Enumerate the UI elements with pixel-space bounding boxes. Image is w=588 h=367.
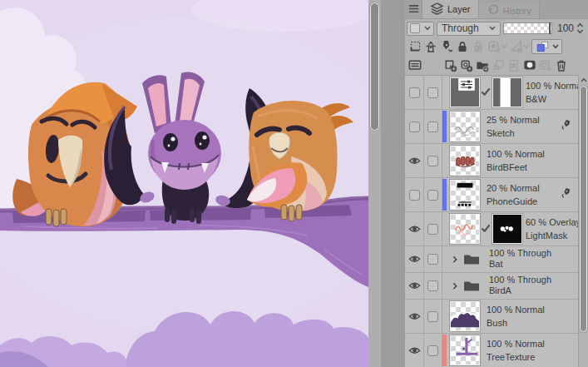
layer-row-content[interactable]: 60 % OverlayLightMask: [442, 212, 578, 245]
folder-expander-icon[interactable]: [452, 255, 457, 263]
create-layer-mask-button[interactable]: [522, 58, 536, 72]
layer-select-checkbox[interactable]: [424, 110, 442, 143]
layer-select-checkbox[interactable]: [424, 273, 442, 299]
layer-row-birda[interactable]: 100 % ThroughBirdA: [405, 273, 578, 300]
layer-list-scrollbar-thumb[interactable]: [580, 86, 587, 332]
canvas-scrollbar-thumb[interactable]: [370, 2, 379, 131]
layer-select-checkbox[interactable]: [424, 300, 442, 333]
blend-controls-row: Through 100: [405, 19, 588, 37]
layer-thumbnail[interactable]: [450, 180, 480, 210]
clip-to-layer-below-button[interactable]: [408, 40, 422, 54]
layer-thumbnail[interactable]: [450, 146, 480, 176]
layer-row-birdbfeet[interactable]: 100 % NormalBirdBFeet: [405, 144, 578, 178]
merge-with-lower-layer-button[interactable]: [506, 58, 521, 72]
folder-icon: [463, 280, 480, 292]
apply-mask-to-layer-button[interactable]: [538, 58, 552, 72]
layer-row-b-w[interactable]: 100 % NormalB&W: [405, 76, 578, 110]
reference-layer-button[interactable]: [423, 40, 437, 54]
new-raster-layer-icon: [443, 58, 457, 72]
layer-color-accent-bar: [442, 179, 447, 211]
layer-select-checkbox[interactable]: [424, 246, 442, 272]
tab-history[interactable]: History: [479, 2, 540, 18]
layer-opacity-mode-text: 20 % Normal: [487, 183, 540, 194]
new-raster-layer-button[interactable]: [443, 58, 457, 72]
layer-thumbnail[interactable]: [450, 335, 480, 365]
ruler-guide-icon: [509, 40, 523, 54]
layer-palette-options-button[interactable]: [408, 58, 422, 72]
layer-select-checkbox[interactable]: [424, 144, 442, 177]
transfer-to-lower-layer-button[interactable]: [491, 58, 505, 72]
layer-thumbnail[interactable]: [450, 112, 480, 141]
checkbox-box: [427, 156, 438, 166]
draft-layer-indicator-icon: [560, 187, 572, 198]
lock-transparent-pixels-button[interactable]: [471, 40, 485, 54]
draft-layer-button[interactable]: [439, 40, 453, 54]
scrollbar-up-button[interactable]: [579, 75, 588, 85]
layer-thumbnail[interactable]: [450, 214, 480, 244]
blend-mode-dropdown[interactable]: Through: [437, 22, 501, 36]
enable-mask-button[interactable]: [487, 40, 507, 54]
layer-visibility-toggle[interactable]: [405, 76, 424, 109]
layer-list-scrollbar[interactable]: [578, 75, 588, 367]
canvas-vertical-scrollbar[interactable]: [368, 0, 381, 367]
delete-layer-button[interactable]: [554, 58, 568, 72]
checkbox-box: [427, 224, 438, 235]
panel-menu-button[interactable]: [405, 0, 422, 18]
layer-opacity-mode-text: 100 % Normal: [487, 339, 545, 350]
layer-action-toolbar: [405, 56, 588, 75]
layer-row-content[interactable]: 100 % NormalB&W: [442, 76, 578, 109]
layer-thumbnail[interactable]: [450, 301, 480, 331]
new-layer-folder-icon: [475, 58, 489, 72]
opacity-slider[interactable]: [503, 22, 552, 34]
layer-mask-thumbnail[interactable]: [492, 77, 522, 107]
ruler-guide-button[interactable]: [509, 40, 530, 54]
layer-select-checkbox[interactable]: [424, 178, 442, 211]
layer-row-bush[interactable]: 100 % NormalBush: [405, 300, 578, 334]
checkbox-box: [427, 311, 438, 322]
history-icon: [487, 4, 500, 16]
layer-row-sketch[interactable]: 25 % NormalSketch: [405, 110, 578, 144]
layer-visibility-toggle[interactable]: [405, 178, 424, 211]
new-vector-layer-button[interactable]: [459, 58, 473, 72]
opacity-slider-handle[interactable]: [549, 22, 551, 34]
layer-select-checkbox[interactable]: [424, 76, 442, 109]
layer-row-lightmask[interactable]: 60 % OverlayLightMask: [405, 212, 578, 246]
layer-palette-options-icon: [408, 58, 422, 72]
new-layer-folder-button[interactable]: [475, 58, 489, 72]
layer-visibility-toggle[interactable]: [405, 334, 424, 367]
layer-select-checkbox[interactable]: [424, 212, 442, 245]
folder-expander-icon[interactable]: [452, 282, 457, 290]
canvas-artwork[interactable]: [0, 0, 368, 367]
layer-color-accent-bar: [442, 335, 447, 366]
layer-visibility-toggle[interactable]: [405, 273, 424, 299]
blend-mode-value: Through: [442, 22, 479, 34]
layer-select-checkbox[interactable]: [424, 334, 442, 367]
opacity-spinner[interactable]: [576, 22, 584, 35]
layer-row-content[interactable]: 100 % ThroughBat: [442, 246, 578, 272]
tab-layer[interactable]: Layer: [422, 0, 479, 18]
layer-row-content[interactable]: 25 % NormalSketch: [442, 110, 578, 143]
layer-mask-thumbnail[interactable]: [492, 214, 522, 244]
new-vector-layer-icon: [459, 58, 473, 72]
layer-name-text: Bush: [487, 318, 507, 329]
chevron-up-icon: [581, 77, 587, 82]
lock-layer-button[interactable]: [455, 40, 469, 54]
layer-visibility-toggle[interactable]: [405, 110, 424, 143]
layer-row-content[interactable]: 20 % NormalPhoneGuide: [442, 178, 578, 211]
layer-visibility-toggle[interactable]: [405, 212, 424, 245]
layer-row-phoneguide[interactable]: 20 % NormalPhoneGuide: [405, 178, 578, 212]
palette-color-dropdown[interactable]: [407, 22, 434, 36]
layer-row-content[interactable]: 100 % ThroughBirdA: [442, 273, 578, 299]
chevron-down-icon: [424, 26, 431, 31]
layer-color-button[interactable]: [531, 39, 562, 54]
layer-row-content[interactable]: 100 % NormalBush: [442, 300, 578, 333]
layer-visibility-toggle[interactable]: [405, 300, 424, 333]
layer-row-treetexture[interactable]: 100 % NormalTreeTexture: [405, 334, 578, 367]
layer-visibility-toggle[interactable]: [405, 144, 424, 177]
layer-visibility-toggle[interactable]: [405, 246, 424, 272]
layer-row-content[interactable]: 100 % NormalBirdBFeet: [442, 144, 578, 177]
enable-mask-icon: [487, 40, 501, 54]
layer-row-content[interactable]: 100 % NormalTreeTexture: [442, 334, 578, 367]
palette-color-swatch: [410, 23, 420, 33]
layer-row-bat[interactable]: 100 % ThroughBat: [405, 246, 578, 273]
